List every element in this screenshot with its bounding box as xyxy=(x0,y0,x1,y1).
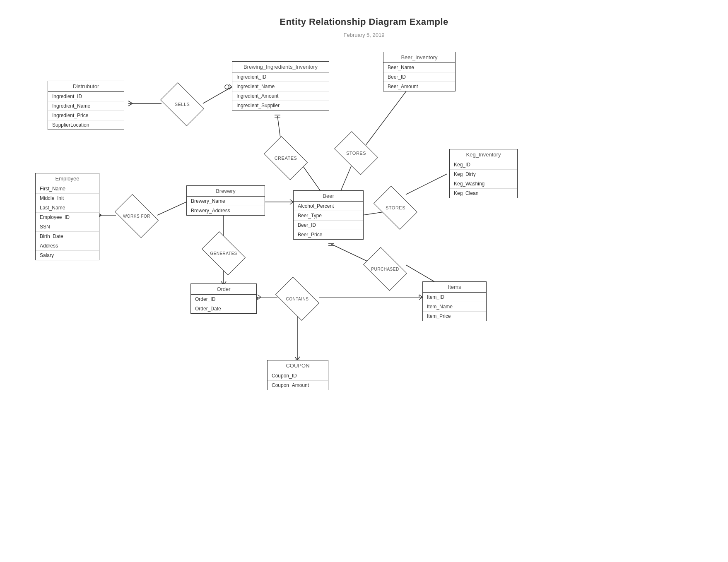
attr-emp-3: Last_Name xyxy=(36,203,99,213)
attr-emp-4: Employee_ID xyxy=(36,213,99,222)
relationship-stores-lower: STORES xyxy=(374,194,417,222)
attr-coupon-2: Coupon_Amount xyxy=(268,381,328,390)
attr-beer-4: Beer_Price xyxy=(294,230,363,239)
attr-brewery-1: Brewery_Name xyxy=(187,197,265,206)
entity-brewery: Brewery Brewery_Name Brewery_Address xyxy=(186,185,265,216)
svg-point-6 xyxy=(225,85,229,89)
svg-line-24 xyxy=(157,202,186,215)
entity-employee-header: Employee xyxy=(36,173,99,184)
entity-order-header: Order xyxy=(191,284,256,295)
svg-line-54 xyxy=(295,357,297,360)
entity-coupon-header: COUPON xyxy=(268,360,328,371)
entity-distributor: Distrubutor Ingredient_ID Ingredient_Nam… xyxy=(48,81,124,130)
svg-line-44 xyxy=(419,297,422,300)
attr-beerinv-3: Beer_Amount xyxy=(383,82,455,91)
attr-beerinv-2: Beer_ID xyxy=(383,72,455,82)
attr-emp-5: SSN xyxy=(36,222,99,232)
attr-items-2: Item_Name xyxy=(423,302,486,312)
entity-beer: Beer Alcohol_Percent Beer_Type Beer_ID B… xyxy=(293,190,364,240)
entity-brewing-inventory: Brewing_Ingredients_Inventory Ingredient… xyxy=(232,61,329,110)
svg-line-40 xyxy=(258,297,261,300)
attr-distributor-2: Ingredient_Name xyxy=(48,101,124,111)
attr-emp-6: Birth_Date xyxy=(36,232,99,241)
attr-keg-4: Keg_Clean xyxy=(450,189,517,198)
attr-brewing-2: Ingredient_Name xyxy=(232,82,329,91)
contains-label: CONTAINS xyxy=(286,297,309,301)
entity-coupon: COUPON Coupon_ID Coupon_Amount xyxy=(267,360,328,390)
relationship-purchased: PURCHASED xyxy=(364,255,407,283)
attr-distributor-4: SupplierLocation xyxy=(48,120,124,130)
attr-distributor-1: Ingredient_ID xyxy=(48,92,124,101)
sells-label: SELLS xyxy=(175,102,190,107)
svg-line-2 xyxy=(128,101,133,103)
attr-brewing-3: Ingredient_Amount xyxy=(232,91,329,101)
svg-line-12 xyxy=(364,89,408,147)
svg-line-18 xyxy=(406,174,447,195)
entity-beer-inventory-header: Beer_Inventory xyxy=(383,52,455,63)
creates-label: CREATES xyxy=(275,156,297,161)
relationship-sells: SELLS xyxy=(161,90,204,118)
generates-label: GENERATES xyxy=(210,251,237,256)
svg-line-3 xyxy=(128,103,133,106)
svg-line-1 xyxy=(203,87,232,103)
entity-items-header: Items xyxy=(423,282,486,293)
attr-emp-7: Address xyxy=(36,241,99,251)
entity-brewing-header: Brewing_Ingredients_Inventory xyxy=(232,62,329,72)
diagram-container: Entity Relationship Diagram Example Febr… xyxy=(0,0,728,562)
svg-line-30 xyxy=(290,202,293,204)
attr-order-2: Order_Date xyxy=(191,304,256,313)
attr-keg-2: Keg_Dirty xyxy=(450,170,517,179)
relationship-stores-upper: STORES xyxy=(335,139,378,167)
relationship-contains: CONTAINS xyxy=(276,285,319,313)
attr-beer-1: Alcohol_Percent xyxy=(294,202,363,211)
entity-keg-inventory: Keg_Inventory Keg_ID Keg_Dirty Keg_Washi… xyxy=(449,149,518,198)
entity-employee: Employee First_Name Middle_Init Last_Nam… xyxy=(35,173,99,260)
attr-brewing-1: Ingredient_ID xyxy=(232,72,329,82)
entity-beer-inventory: Beer_Inventory Beer_Name Beer_ID Beer_Am… xyxy=(383,52,456,91)
stores-lower-label: STORES xyxy=(386,205,405,210)
entity-brewery-header: Brewery xyxy=(187,186,265,197)
attr-order-1: Order_ID xyxy=(191,295,256,304)
entity-distributor-header: Distrubutor xyxy=(48,81,124,92)
attr-keg-1: Keg_ID xyxy=(450,160,517,170)
works-for-label: WORKS FOR xyxy=(123,214,150,219)
attr-beer-2: Beer_Type xyxy=(294,211,363,221)
entity-beer-header: Beer xyxy=(294,191,363,202)
attr-items-1: Item_ID xyxy=(423,293,486,302)
attr-brewery-2: Brewery_Address xyxy=(187,206,265,215)
svg-line-39 xyxy=(258,295,261,297)
attr-emp-8: Salary xyxy=(36,251,99,260)
entity-keg-header: Keg_Inventory xyxy=(450,149,517,160)
attr-beer-3: Beer_ID xyxy=(294,221,363,230)
relationship-generates: GENERATES xyxy=(202,239,245,267)
relationship-creates: CREATES xyxy=(264,144,307,172)
svg-line-4 xyxy=(229,84,232,87)
attr-distributor-3: Ingredient_Price xyxy=(48,111,124,120)
attr-emp-2: Middle_Init xyxy=(36,194,99,203)
entity-items: Items Item_ID Item_Name Item_Price xyxy=(422,281,487,321)
purchased-label: PURCHASED xyxy=(371,267,399,271)
attr-keg-3: Keg_Washing xyxy=(450,179,517,189)
attr-emp-1: First_Name xyxy=(36,184,99,194)
relationship-works-for: WORKS FOR xyxy=(115,202,158,230)
attr-items-3: Item_Price xyxy=(423,312,486,321)
stores-upper-label: STORES xyxy=(346,151,366,156)
svg-line-55 xyxy=(297,357,300,360)
svg-line-29 xyxy=(290,199,293,202)
attr-coupon-1: Coupon_ID xyxy=(268,371,328,381)
attr-brewing-4: Ingredient_Supplier xyxy=(232,101,329,110)
svg-line-43 xyxy=(419,295,422,297)
entity-order: Order Order_ID Order_Date xyxy=(190,283,257,314)
attr-beerinv-1: Beer_Name xyxy=(383,63,455,72)
